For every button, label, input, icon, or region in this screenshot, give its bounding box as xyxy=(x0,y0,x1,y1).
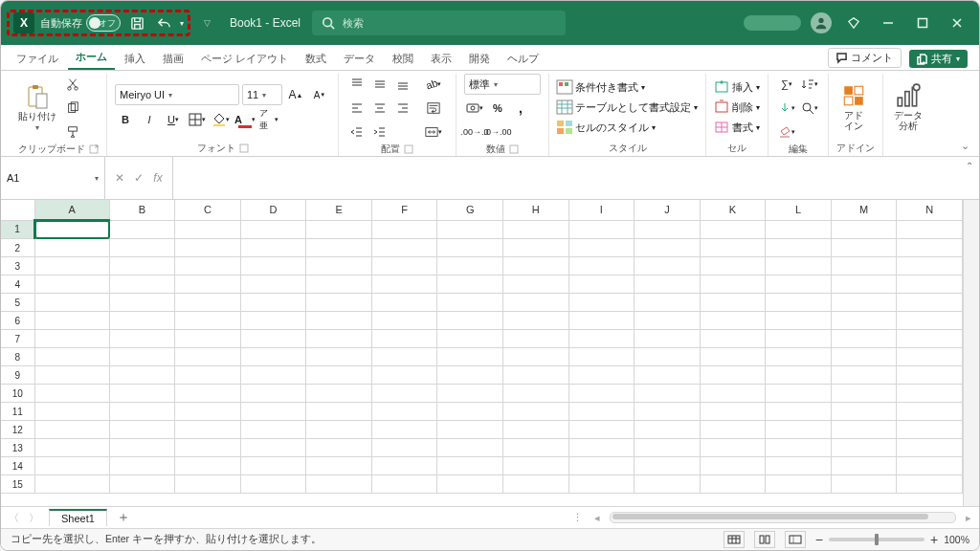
diamond-icon[interactable] xyxy=(841,11,866,35)
cell[interactable] xyxy=(897,276,963,294)
paste-button[interactable]: 貼り付け ▾ xyxy=(18,84,56,132)
cell[interactable] xyxy=(897,312,963,330)
row-header[interactable]: 8 xyxy=(1,348,34,366)
cell[interactable] xyxy=(568,403,635,421)
cell[interactable] xyxy=(831,220,897,239)
sheet-nav-next-icon[interactable]: 〉 xyxy=(29,511,39,525)
row-header[interactable]: 2 xyxy=(1,239,34,257)
row-header[interactable]: 15 xyxy=(1,475,34,494)
cell[interactable] xyxy=(568,312,635,330)
cell[interactable] xyxy=(766,439,832,457)
phonetic-icon[interactable]: ア亜▾ xyxy=(258,109,279,130)
row-header[interactable]: 6 xyxy=(1,312,34,330)
cell[interactable] xyxy=(766,294,832,312)
cell[interactable] xyxy=(240,457,306,475)
conditional-format-button[interactable]: 条件付き書式▾ xyxy=(557,80,698,95)
cell[interactable] xyxy=(831,257,897,276)
cell[interactable] xyxy=(437,312,503,330)
cell[interactable] xyxy=(175,439,241,457)
cell[interactable] xyxy=(700,457,766,475)
cell[interactable] xyxy=(831,239,897,257)
sheet-nav-prev-icon[interactable]: 〈 xyxy=(9,511,19,525)
cell[interactable] xyxy=(502,312,568,330)
delete-cells-button[interactable]: 削除▾ xyxy=(714,100,760,115)
cell[interactable] xyxy=(306,457,372,475)
cell[interactable] xyxy=(371,421,437,439)
share-button[interactable]: 共有 ▾ xyxy=(909,50,968,68)
cell[interactable] xyxy=(240,421,306,439)
cell[interactable] xyxy=(635,239,701,257)
cell[interactable] xyxy=(766,348,832,366)
analyze-data-button[interactable]: データ 分析 xyxy=(891,83,925,131)
font-family-select[interactable]: Meiryo UI▾ xyxy=(115,84,239,105)
cell[interactable] xyxy=(897,403,963,421)
col-header[interactable]: I xyxy=(568,200,635,220)
cell[interactable] xyxy=(175,403,241,421)
cell[interactable] xyxy=(635,385,701,403)
cell[interactable] xyxy=(175,475,241,494)
cell[interactable] xyxy=(35,221,109,238)
cell[interactable] xyxy=(437,421,503,439)
add-sheet-icon[interactable]: ＋ xyxy=(117,509,130,526)
cell[interactable] xyxy=(635,475,701,494)
cell[interactable] xyxy=(897,385,963,403)
cell[interactable] xyxy=(34,294,109,312)
cell[interactable] xyxy=(306,220,372,239)
cell[interactable] xyxy=(437,457,503,475)
cell[interactable] xyxy=(766,330,832,348)
cell[interactable] xyxy=(502,457,568,475)
format-as-table-button[interactable]: テーブルとして書式設定▾ xyxy=(557,100,698,115)
cell[interactable] xyxy=(109,312,175,330)
cell[interactable] xyxy=(700,421,766,439)
hscroll-right-icon[interactable]: ▸ xyxy=(966,512,971,524)
align-bottom-icon[interactable] xyxy=(392,74,413,95)
cell[interactable] xyxy=(831,330,897,348)
cell[interactable] xyxy=(371,475,437,494)
cell[interactable] xyxy=(766,312,832,330)
cell[interactable] xyxy=(568,276,635,294)
format-painter-icon[interactable] xyxy=(62,121,83,143)
cell[interactable] xyxy=(437,294,503,312)
tab-home[interactable]: ホーム xyxy=(68,46,115,70)
cell[interactable] xyxy=(34,403,109,421)
cell[interactable] xyxy=(240,348,306,366)
row-header[interactable]: 10 xyxy=(1,385,34,403)
cell[interactable] xyxy=(700,257,766,276)
cell[interactable] xyxy=(831,276,897,294)
cell[interactable] xyxy=(502,385,568,403)
cell[interactable] xyxy=(437,366,503,385)
number-format-select[interactable]: 標準▾ xyxy=(464,74,541,95)
cell[interactable] xyxy=(897,239,963,257)
row-header[interactable]: 9 xyxy=(1,366,34,385)
cell[interactable] xyxy=(831,457,897,475)
cell[interactable] xyxy=(306,294,372,312)
cell[interactable] xyxy=(306,366,372,385)
cell[interactable] xyxy=(371,312,437,330)
cell[interactable] xyxy=(568,366,635,385)
col-header[interactable]: J xyxy=(635,200,701,220)
cell[interactable] xyxy=(437,348,503,366)
cell[interactable] xyxy=(831,475,897,494)
sheet-tab-split-icon[interactable]: ⋮ xyxy=(572,512,585,524)
cell[interactable] xyxy=(371,276,437,294)
cell[interactable] xyxy=(371,294,437,312)
cell[interactable] xyxy=(175,220,241,239)
col-header[interactable]: N xyxy=(897,200,963,220)
cell[interactable] xyxy=(700,330,766,348)
hscroll-left-icon[interactable]: ◂ xyxy=(594,512,600,524)
cell[interactable] xyxy=(175,385,241,403)
cell[interactable] xyxy=(635,439,701,457)
cell[interactable] xyxy=(766,475,832,494)
cell[interactable] xyxy=(700,439,766,457)
font-color-icon[interactable]: A▾ xyxy=(234,109,256,130)
cell[interactable] xyxy=(502,330,568,348)
cut-icon[interactable] xyxy=(62,74,83,95)
cell[interactable] xyxy=(240,475,306,494)
cell[interactable] xyxy=(371,403,437,421)
merge-cells-icon[interactable]: ▾ xyxy=(419,121,448,143)
zoom-out-icon[interactable]: − xyxy=(815,532,823,547)
cell[interactable] xyxy=(175,457,241,475)
cell[interactable] xyxy=(175,421,241,439)
cell[interactable] xyxy=(897,348,963,366)
cell[interactable] xyxy=(306,348,372,366)
